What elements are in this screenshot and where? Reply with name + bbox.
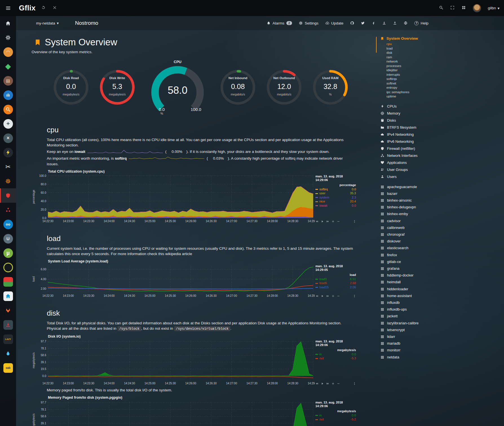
zoom-out-icon[interactable] xyxy=(337,295,340,298)
pan-backward-icon[interactable] xyxy=(315,382,319,385)
menu-app-mariadb[interactable]: mariadb xyxy=(380,340,501,347)
gauge-net-outbound[interactable]: Net Outbound12.0megabits/s xyxy=(263,66,305,109)
chart-canvas[interactable]: 14:22:3014:23:0014:23:3014:24:0014:24:30… xyxy=(32,339,315,386)
legend-iowait[interactable]: iowait0.0 xyxy=(315,204,356,208)
pan-backward-icon[interactable] xyxy=(315,295,319,298)
gauge-cpu[interactable]: CPU58.00.0100.0% xyxy=(142,60,213,115)
menu-app-elasticsearch[interactable]: elasticsearch xyxy=(380,245,501,251)
gauge-disk-read[interactable]: Disk Read0.0megabytes/s xyxy=(50,66,92,109)
menu-app-firefox[interactable]: firefox xyxy=(380,252,501,258)
menu-section-firewall-netfilter-[interactable]: Firewall (netfilter) xyxy=(380,145,501,152)
pan-backward-icon[interactable] xyxy=(315,220,319,223)
menu-section-cpus[interactable]: CPUs xyxy=(380,103,501,110)
resize-handle-icon[interactable] xyxy=(353,295,356,298)
sidebar-app-ring[interactable] xyxy=(0,260,16,275)
sidebar-app-settings[interactable] xyxy=(0,30,16,45)
menu-section-applications[interactable]: Applications xyxy=(380,159,501,166)
menu-app-cadvisor[interactable]: cadvisor xyxy=(380,218,501,224)
legend-softirq[interactable]: softirq0.0 xyxy=(315,187,356,191)
menu-sub-network[interactable]: network xyxy=(386,59,501,64)
menu-section-user-groups[interactable]: User Groups xyxy=(380,166,501,173)
sidebar-app-cutter[interactable]: ✂ xyxy=(0,160,16,174)
menu-app-jackett[interactable]: jackett xyxy=(380,313,501,320)
sidebar-app-organizr[interactable]: ◠ xyxy=(0,45,16,59)
play-icon[interactable] xyxy=(321,382,324,385)
sidebar-app-downloader[interactable] xyxy=(0,318,16,332)
menu-section-network-interfaces[interactable]: Network Interfaces xyxy=(380,152,501,159)
menu-app-diskover[interactable]: diskover xyxy=(380,238,501,245)
zoom-out-icon[interactable] xyxy=(337,382,340,385)
legend-in[interactable]: in0.0 xyxy=(315,413,356,418)
sidebar-app-pihole[interactable] xyxy=(0,188,16,203)
menu-app-grafana[interactable]: grafana xyxy=(380,265,501,272)
menu-app-binhex-delugevpn[interactable]: binhex-delugevpn xyxy=(380,204,501,211)
menu-app-monitorr[interactable]: monitorr xyxy=(380,347,501,354)
sidebar-app-gems[interactable]: ◆ xyxy=(0,59,16,73)
chart-canvas[interactable]: 14:22:3014:23:0014:23:3014:24:0014:24:30… xyxy=(32,174,315,224)
facebook-button[interactable] xyxy=(372,21,375,25)
menu-sub-softirqs[interactable]: softirqs xyxy=(386,77,501,81)
settings-button[interactable]: Settings xyxy=(299,21,319,25)
menu-sub-disk[interactable]: disk xyxy=(386,51,501,55)
menu-app-letsencrypt[interactable]: letsencrypt xyxy=(380,327,501,333)
menu-sub-load[interactable]: load xyxy=(386,46,501,51)
zoom-in-icon[interactable] xyxy=(331,295,335,298)
sidebar-app-pills[interactable] xyxy=(0,275,16,289)
update-button[interactable]: Update xyxy=(325,21,344,25)
menu-sub-ram[interactable]: ram xyxy=(386,55,501,60)
legend-out[interactable]: out-5.3 xyxy=(315,356,356,360)
pan-forward-icon[interactable] xyxy=(326,220,329,223)
menu-app-influxdb-ups[interactable]: influxdb-ups xyxy=(380,306,501,313)
sidebar-app-cherry[interactable]: ∴ xyxy=(0,203,16,217)
sidebar-app-jackett[interactable] xyxy=(0,174,16,188)
legend-nice[interactable]: nice20.4 xyxy=(315,199,356,204)
menu-sub-uptime[interactable]: uptime xyxy=(386,94,501,99)
menu-app-lazylibrarian-calibre[interactable]: lazylibrarian-calibre xyxy=(380,320,501,327)
menu-app-hddtemp-docker[interactable]: hddtemp-docker xyxy=(380,272,501,279)
hamburger-menu-button[interactable] xyxy=(0,0,16,16)
menu-app-bazarr[interactable]: bazarr xyxy=(380,190,501,197)
fullscreen-icon[interactable] xyxy=(450,5,455,10)
resize-handle-icon[interactable] xyxy=(353,382,356,385)
zoom-in-icon[interactable] xyxy=(331,382,335,385)
chart-system-pgpgio[interactable]: Memory Paged from/to disk (system.pgpgio… xyxy=(32,396,376,426)
menu-sub-ipc-semaphores[interactable]: ipc semaphores xyxy=(386,90,501,95)
sidebar-app-gitlab[interactable] xyxy=(0,303,16,318)
menu-app-netdata[interactable]: netdata xyxy=(380,354,501,361)
menu-sub-idlejitter[interactable]: idlejitter xyxy=(386,68,501,73)
menu-sub-interrupts[interactable]: interrupts xyxy=(386,73,501,77)
search-icon[interactable] xyxy=(439,5,443,10)
chart-canvas[interactable]: 14:22:3014:23:0014:23:3014:24:0014:24:30… xyxy=(32,264,315,299)
legend-load5[interactable]: load52.68 xyxy=(315,281,356,285)
menu-sub-cpu[interactable]: cpu xyxy=(386,42,501,46)
server-dropdown[interactable]: my-netdata ▾ xyxy=(36,21,59,25)
sidebar-app-lazylibrarian[interactable]: LAZY xyxy=(0,332,16,346)
export-button[interactable] xyxy=(393,21,397,25)
menu-app-influxdb[interactable]: influxdb xyxy=(380,299,501,306)
gauge-disk-write[interactable]: Disk Write5.3megabytes/s xyxy=(96,66,138,109)
github-button[interactable] xyxy=(350,21,354,25)
menu-sub-entropy[interactable]: entropy xyxy=(386,86,501,90)
sidebar-app-tautulli[interactable] xyxy=(0,145,16,160)
gauge-net-inbound[interactable]: Net Inbound0.08megabits/s xyxy=(217,66,259,109)
menu-section-disks[interactable]: Disks xyxy=(380,117,501,124)
sidebar-app-utorrent[interactable]: µ xyxy=(0,246,16,260)
sidebar-app-stack[interactable]: ▤ xyxy=(0,73,16,88)
sidebar-app-home-assistant[interactable] xyxy=(0,289,16,303)
chart-system-load[interactable]: System Load Average (system.load)14:22:3… xyxy=(32,259,376,299)
menu-app-lidarr[interactable]: lidarr xyxy=(380,333,501,340)
gauge-used-ram[interactable]: Used RAM32.8% xyxy=(309,66,352,109)
menu-app-binhex-emby[interactable]: binhex-emby xyxy=(380,211,501,217)
menu-section-users[interactable]: Users xyxy=(380,173,501,180)
user-avatar[interactable] xyxy=(473,4,481,12)
menu-sub-softnet[interactable]: softnet xyxy=(386,81,501,86)
play-icon[interactable] xyxy=(321,295,324,298)
print-button[interactable] xyxy=(404,21,408,25)
menu-app-apacheguacamole[interactable]: apacheguacamole xyxy=(380,184,501,190)
play-icon[interactable] xyxy=(321,220,324,223)
sidebar-app-searx[interactable] xyxy=(0,102,16,117)
sidebar-app-home[interactable] xyxy=(0,16,16,30)
sidebar-app-nextcloud[interactable]: oo xyxy=(0,217,16,231)
legend-load1[interactable]: load16.51 xyxy=(315,277,356,281)
menu-app-calibreweb[interactable]: calibreweb xyxy=(380,224,501,231)
